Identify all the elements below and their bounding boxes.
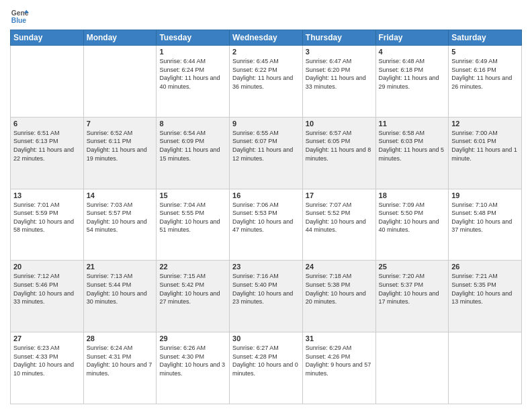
day-number: 17	[306, 191, 373, 199]
calendar-cell: 11Sunrise: 6:58 AMSunset: 6:03 PMDayligh…	[375, 117, 449, 189]
cell-details: Sunrise: 7:00 AMSunset: 6:01 PMDaylight:…	[451, 129, 519, 163]
weekday-header-tuesday: Tuesday	[157, 30, 230, 46]
day-number: 4	[379, 48, 446, 56]
day-number: 31	[306, 334, 373, 342]
cell-details: Sunrise: 6:26 AMSunset: 4:30 PMDaylight:…	[159, 344, 226, 377]
cell-details: Sunrise: 6:49 AMSunset: 6:16 PMDaylight:…	[451, 57, 519, 91]
cell-details: Sunrise: 6:57 AMSunset: 6:05 PMDaylight:…	[306, 129, 373, 163]
svg-text:Blue: Blue	[11, 17, 27, 24]
cell-details: Sunrise: 7:12 AMSunset: 5:46 PMDaylight:…	[13, 272, 81, 306]
day-number: 3	[306, 48, 373, 56]
cell-details: Sunrise: 6:45 AMSunset: 6:22 PMDaylight:…	[232, 57, 300, 91]
calendar-table: SundayMondayTuesdayWednesdayThursdayFrid…	[10, 30, 522, 404]
calendar-cell: 4Sunrise: 6:48 AMSunset: 6:18 PMDaylight…	[375, 46, 449, 118]
day-number: 25	[379, 263, 446, 271]
calendar-cell: 1Sunrise: 6:44 AMSunset: 6:24 PMDaylight…	[157, 46, 230, 118]
calendar-week-2: 13Sunrise: 7:01 AMSunset: 5:59 PMDayligh…	[11, 189, 522, 261]
day-number: 12	[451, 120, 519, 128]
calendar-cell: 7Sunrise: 6:52 AMSunset: 6:11 PMDaylight…	[83, 117, 157, 189]
cell-details: Sunrise: 7:04 AMSunset: 5:55 PMDaylight:…	[159, 201, 226, 234]
logo: General Blue	[10, 7, 29, 26]
cell-details: Sunrise: 7:07 AMSunset: 5:52 PMDaylight:…	[306, 201, 373, 234]
calendar-cell: 6Sunrise: 6:51 AMSunset: 6:13 PMDaylight…	[11, 117, 84, 189]
calendar-cell: 13Sunrise: 7:01 AMSunset: 5:59 PMDayligh…	[11, 189, 84, 261]
calendar-cell: 15Sunrise: 7:04 AMSunset: 5:55 PMDayligh…	[157, 189, 230, 261]
day-number: 27	[13, 334, 81, 342]
day-number: 28	[87, 334, 154, 342]
day-number: 5	[451, 48, 519, 56]
cell-details: Sunrise: 6:23 AMSunset: 4:33 PMDaylight:…	[13, 344, 81, 377]
cell-details: Sunrise: 7:01 AMSunset: 5:59 PMDaylight:…	[13, 201, 81, 234]
calendar-cell: 29Sunrise: 6:26 AMSunset: 4:30 PMDayligh…	[157, 332, 230, 404]
weekday-header-thursday: Thursday	[302, 30, 375, 46]
calendar-cell: 17Sunrise: 7:07 AMSunset: 5:52 PMDayligh…	[302, 189, 375, 261]
day-number: 29	[159, 334, 226, 342]
calendar-cell: 22Sunrise: 7:15 AMSunset: 5:42 PMDayligh…	[157, 261, 230, 332]
day-number: 2	[232, 48, 300, 56]
calendar-cell: 24Sunrise: 7:18 AMSunset: 5:38 PMDayligh…	[302, 261, 375, 332]
cell-details: Sunrise: 7:16 AMSunset: 5:40 PMDaylight:…	[232, 272, 300, 306]
day-number: 19	[451, 191, 519, 199]
calendar-cell	[11, 46, 84, 118]
cell-details: Sunrise: 6:58 AMSunset: 6:03 PMDaylight:…	[379, 129, 446, 163]
cell-details: Sunrise: 6:29 AMSunset: 4:26 PMDaylight:…	[306, 344, 373, 377]
calendar-cell: 12Sunrise: 7:00 AMSunset: 6:01 PMDayligh…	[449, 117, 522, 189]
day-number: 22	[159, 263, 226, 271]
calendar-cell: 25Sunrise: 7:20 AMSunset: 5:37 PMDayligh…	[375, 261, 449, 332]
calendar-cell	[83, 46, 157, 118]
calendar-cell	[449, 332, 522, 404]
day-number: 10	[306, 120, 373, 128]
cell-details: Sunrise: 7:09 AMSunset: 5:50 PMDaylight:…	[379, 201, 446, 234]
calendar-week-3: 20Sunrise: 7:12 AMSunset: 5:46 PMDayligh…	[11, 261, 522, 332]
day-number: 21	[87, 263, 154, 271]
cell-details: Sunrise: 6:51 AMSunset: 6:13 PMDaylight:…	[13, 129, 81, 163]
cell-details: Sunrise: 6:27 AMSunset: 4:28 PMDaylight:…	[232, 344, 300, 377]
calendar-week-1: 6Sunrise: 6:51 AMSunset: 6:13 PMDaylight…	[11, 117, 522, 189]
cell-details: Sunrise: 6:47 AMSunset: 6:20 PMDaylight:…	[306, 57, 373, 91]
calendar-cell: 14Sunrise: 7:03 AMSunset: 5:57 PMDayligh…	[83, 189, 157, 261]
weekday-header-row: SundayMondayTuesdayWednesdayThursdayFrid…	[11, 30, 522, 46]
calendar-cell: 18Sunrise: 7:09 AMSunset: 5:50 PMDayligh…	[375, 189, 449, 261]
calendar-cell: 10Sunrise: 6:57 AMSunset: 6:05 PMDayligh…	[302, 117, 375, 189]
calendar-cell: 31Sunrise: 6:29 AMSunset: 4:26 PMDayligh…	[302, 332, 375, 404]
cell-details: Sunrise: 6:55 AMSunset: 6:07 PMDaylight:…	[232, 129, 300, 163]
day-number: 8	[159, 120, 226, 128]
day-number: 16	[232, 191, 300, 199]
weekday-header-sunday: Sunday	[11, 30, 84, 46]
day-number: 14	[87, 191, 154, 199]
calendar-cell: 26Sunrise: 7:21 AMSunset: 5:35 PMDayligh…	[449, 261, 522, 332]
logo-icon: General Blue	[10, 7, 29, 26]
day-number: 7	[87, 120, 154, 128]
calendar-cell: 28Sunrise: 6:24 AMSunset: 4:31 PMDayligh…	[83, 332, 157, 404]
calendar-cell	[375, 332, 449, 404]
calendar-cell: 20Sunrise: 7:12 AMSunset: 5:46 PMDayligh…	[11, 261, 84, 332]
calendar-week-0: 1Sunrise: 6:44 AMSunset: 6:24 PMDaylight…	[11, 46, 522, 118]
day-number: 11	[379, 120, 446, 128]
day-number: 6	[13, 120, 81, 128]
day-number: 1	[159, 48, 226, 56]
weekday-header-wednesday: Wednesday	[230, 30, 303, 46]
calendar-cell: 30Sunrise: 6:27 AMSunset: 4:28 PMDayligh…	[230, 332, 303, 404]
cell-details: Sunrise: 6:48 AMSunset: 6:18 PMDaylight:…	[379, 57, 446, 91]
day-number: 30	[232, 334, 300, 342]
weekday-header-friday: Friday	[375, 30, 449, 46]
calendar-cell: 19Sunrise: 7:10 AMSunset: 5:48 PMDayligh…	[449, 189, 522, 261]
cell-details: Sunrise: 7:21 AMSunset: 5:35 PMDaylight:…	[451, 272, 519, 306]
cell-details: Sunrise: 7:18 AMSunset: 5:38 PMDaylight:…	[306, 272, 373, 306]
cell-details: Sunrise: 6:44 AMSunset: 6:24 PMDaylight:…	[159, 57, 226, 91]
day-number: 23	[232, 263, 300, 271]
day-number: 9	[232, 120, 300, 128]
cell-details: Sunrise: 7:15 AMSunset: 5:42 PMDaylight:…	[159, 272, 226, 306]
calendar-cell: 3Sunrise: 6:47 AMSunset: 6:20 PMDaylight…	[302, 46, 375, 118]
cell-details: Sunrise: 7:03 AMSunset: 5:57 PMDaylight:…	[87, 201, 154, 234]
calendar-week-4: 27Sunrise: 6:23 AMSunset: 4:33 PMDayligh…	[11, 332, 522, 404]
calendar-cell: 16Sunrise: 7:06 AMSunset: 5:53 PMDayligh…	[230, 189, 303, 261]
calendar-cell: 27Sunrise: 6:23 AMSunset: 4:33 PMDayligh…	[11, 332, 84, 404]
cell-details: Sunrise: 7:13 AMSunset: 5:44 PMDaylight:…	[87, 272, 154, 306]
page-header: General Blue	[10, 7, 522, 26]
day-number: 26	[451, 263, 519, 271]
calendar-cell: 9Sunrise: 6:55 AMSunset: 6:07 PMDaylight…	[230, 117, 303, 189]
calendar-cell: 21Sunrise: 7:13 AMSunset: 5:44 PMDayligh…	[83, 261, 157, 332]
cell-details: Sunrise: 7:10 AMSunset: 5:48 PMDaylight:…	[451, 201, 519, 234]
day-number: 18	[379, 191, 446, 199]
